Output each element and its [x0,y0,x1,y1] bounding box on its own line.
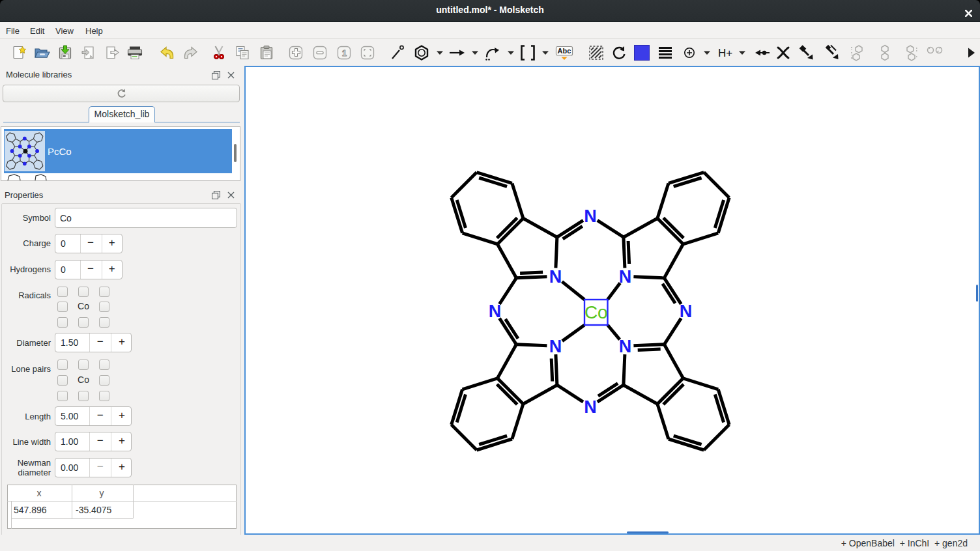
svg-text:N: N [584,206,597,226]
svg-text:N: N [549,267,562,287]
svg-text:N: N [619,267,632,287]
svg-text:1: 1 [342,48,347,58]
svg-text:N: N [584,397,597,417]
svg-text:Abc: Abc [558,47,571,55]
svg-text:N: N [680,302,693,321]
svg-text:H+: H+ [718,47,732,59]
svg-text:N: N [549,337,562,356]
svg-text:Co: Co [584,302,608,322]
svg-text:N: N [489,302,502,321]
svg-text:N: N [619,337,632,356]
